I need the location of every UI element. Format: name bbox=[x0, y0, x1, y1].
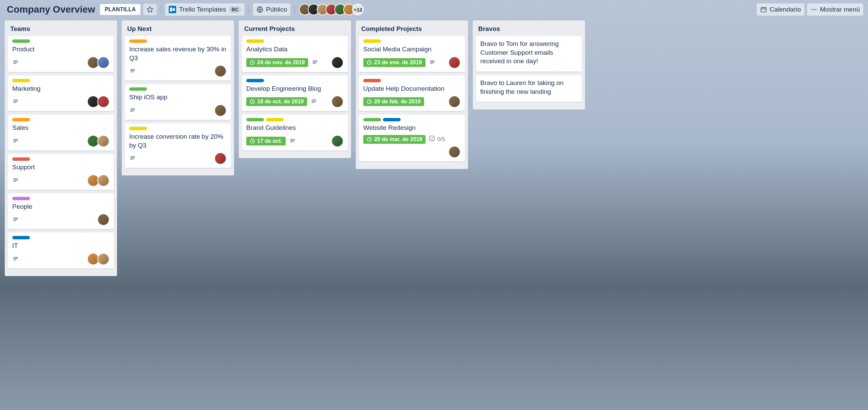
svg-rect-35 bbox=[130, 158, 135, 158]
card-member-avatar[interactable] bbox=[97, 253, 110, 265]
checklist-badge[interactable]: 0/5 bbox=[429, 135, 445, 143]
svg-rect-16 bbox=[13, 139, 18, 140]
card-label[interactable] bbox=[129, 127, 147, 130]
divider bbox=[295, 5, 295, 14]
list-title[interactable]: Up Next bbox=[125, 24, 231, 36]
board-canvas[interactable]: TeamsProductMarketingSalesSupportPeopleI… bbox=[0, 20, 868, 281]
card-label[interactable] bbox=[363, 118, 381, 121]
card[interactable]: Social Media Campaign23 de ene. de 2019 bbox=[359, 36, 465, 72]
card-title: Sales bbox=[12, 123, 110, 132]
card-member-avatar[interactable] bbox=[97, 96, 110, 108]
card-label[interactable] bbox=[246, 118, 264, 121]
show-menu-button[interactable]: Mostrar menú bbox=[807, 3, 863, 16]
card-member-avatar[interactable] bbox=[97, 174, 110, 187]
svg-rect-24 bbox=[13, 220, 16, 221]
card-title: Increase conversion rate by 20% by Q3 bbox=[129, 132, 227, 150]
card[interactable]: Increase sales revenue by 30% in Q3 bbox=[125, 36, 231, 81]
list[interactable]: BravosBravo to Tom for answering Custome… bbox=[473, 20, 585, 109]
card-label[interactable] bbox=[266, 118, 284, 121]
card[interactable]: Sales bbox=[8, 115, 114, 151]
template-badge[interactable]: PLANTILLA bbox=[100, 4, 141, 15]
description-icon bbox=[12, 217, 19, 223]
clock-icon bbox=[250, 138, 255, 144]
board-title[interactable]: Company Overview bbox=[5, 3, 97, 16]
list-title[interactable]: Completed Projects bbox=[359, 24, 465, 36]
due-date-badge[interactable]: 23 de ene. de 2019 bbox=[363, 58, 425, 67]
description-icon bbox=[12, 138, 19, 144]
card-label[interactable] bbox=[12, 118, 30, 121]
card[interactable]: Ship iOS app bbox=[125, 84, 231, 120]
visibility-button[interactable]: Público bbox=[253, 3, 290, 16]
card-member-avatar[interactable] bbox=[448, 96, 461, 108]
card[interactable]: People bbox=[8, 193, 114, 229]
due-date-badge[interactable]: 20 de mar. de 2019 bbox=[363, 135, 425, 144]
card-label[interactable] bbox=[246, 79, 264, 82]
board-members[interactable]: +12 bbox=[299, 4, 364, 15]
card-member-avatar[interactable] bbox=[331, 56, 344, 69]
list[interactable]: Current ProjectsAnalytics Data24 de nov.… bbox=[239, 20, 351, 158]
card[interactable]: Update Help Documentation20 de feb. de 2… bbox=[359, 75, 465, 112]
card[interactable]: Website Redesign20 de mar. de 20190/5 bbox=[359, 115, 465, 161]
svg-point-7 bbox=[811, 9, 812, 10]
card[interactable]: IT bbox=[8, 233, 114, 269]
due-date-badge[interactable]: 18 de oct. de 2019 bbox=[246, 97, 307, 106]
card[interactable]: Marketing bbox=[8, 75, 114, 112]
card-member-avatar[interactable] bbox=[214, 152, 227, 165]
workspace-button[interactable]: Trello Templates BC bbox=[165, 3, 245, 16]
card-label[interactable] bbox=[129, 39, 147, 43]
due-date-badge[interactable]: 24 de nov. de 2019 bbox=[246, 58, 308, 67]
description-icon bbox=[12, 177, 19, 184]
card-title: Develop Engineering Blog bbox=[246, 84, 344, 93]
card-label[interactable] bbox=[12, 236, 30, 239]
card[interactable]: Product bbox=[8, 36, 114, 72]
svg-rect-43 bbox=[312, 101, 316, 102]
card-title: Ship iOS app bbox=[129, 93, 227, 102]
svg-rect-27 bbox=[13, 259, 16, 260]
due-date-badge[interactable]: 17 de oct. bbox=[246, 137, 286, 146]
card-member-avatar[interactable] bbox=[97, 56, 110, 69]
card-member-avatar[interactable] bbox=[448, 56, 461, 69]
card[interactable]: Bravo to Lauren for taking on finishing … bbox=[476, 75, 582, 102]
card[interactable]: Increase conversion rate by 20% by Q3 bbox=[125, 123, 231, 168]
card-member-avatar[interactable] bbox=[214, 104, 227, 117]
card[interactable]: Analytics Data24 de nov. de 2019 bbox=[242, 36, 348, 72]
card-title: Bravo to Tom for answering Customer Supp… bbox=[480, 39, 578, 66]
card-label[interactable] bbox=[129, 87, 147, 91]
card[interactable]: Bravo to Tom for answering Customer Supp… bbox=[476, 36, 582, 72]
svg-rect-44 bbox=[312, 102, 315, 103]
card-label[interactable] bbox=[12, 79, 30, 82]
card-label[interactable] bbox=[363, 39, 381, 43]
description-icon bbox=[129, 68, 136, 74]
list-title[interactable]: Teams bbox=[8, 24, 114, 36]
card[interactable]: Brand Guidelines17 de oct. bbox=[242, 115, 348, 151]
list[interactable]: Up NextIncrease sales revenue by 30% in … bbox=[122, 20, 234, 175]
svg-point-8 bbox=[813, 9, 814, 10]
card[interactable]: Support bbox=[8, 154, 114, 190]
description-icon bbox=[129, 107, 136, 114]
card-label[interactable] bbox=[12, 39, 30, 43]
card-label[interactable] bbox=[246, 39, 264, 43]
card-member-avatar[interactable] bbox=[97, 213, 110, 226]
card-member-avatar[interactable] bbox=[331, 135, 344, 147]
card-label[interactable] bbox=[383, 118, 401, 121]
clock-icon bbox=[367, 99, 372, 104]
show-menu-label: Mostrar menú bbox=[820, 6, 860, 13]
card-label[interactable] bbox=[12, 197, 30, 200]
card-label[interactable] bbox=[363, 79, 381, 82]
list[interactable]: TeamsProductMarketingSalesSupportPeopleI… bbox=[5, 20, 117, 276]
list-title[interactable]: Current Projects bbox=[242, 24, 348, 36]
card-title: Website Redesign bbox=[363, 123, 461, 132]
svg-rect-42 bbox=[312, 100, 316, 100]
card-member-avatar[interactable] bbox=[331, 96, 344, 108]
card-member-avatar[interactable] bbox=[214, 65, 227, 77]
due-date-badge[interactable]: 20 de feb. de 2019 bbox=[363, 97, 424, 106]
star-button[interactable] bbox=[143, 4, 157, 15]
calendar-button[interactable]: Calendario bbox=[757, 3, 804, 16]
card-member-avatar[interactable] bbox=[448, 146, 461, 158]
card-member-avatar[interactable] bbox=[97, 135, 110, 147]
card-label[interactable] bbox=[12, 157, 30, 161]
list[interactable]: Completed ProjectsSocial Media Campaign2… bbox=[356, 20, 468, 169]
card[interactable]: Develop Engineering Blog18 de oct. de 20… bbox=[242, 75, 348, 112]
list-title[interactable]: Bravos bbox=[476, 24, 582, 36]
more-members[interactable]: +12 bbox=[352, 4, 364, 15]
